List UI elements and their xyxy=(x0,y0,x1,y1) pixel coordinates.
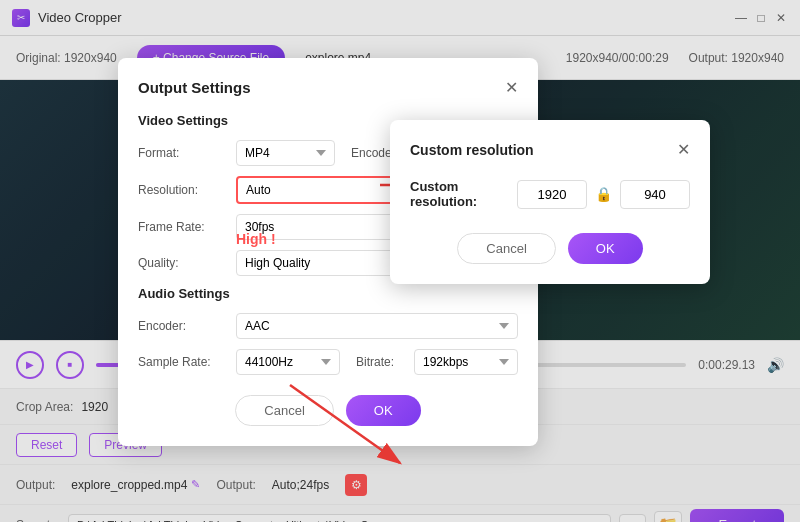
audio-encoder-label: Encoder: xyxy=(138,319,228,333)
audio-settings-title: Audio Settings xyxy=(138,286,518,301)
bitrate-label: Bitrate: xyxy=(356,355,406,369)
custom-res-label: Custom resolution: xyxy=(410,179,505,209)
quality-label: Quality: xyxy=(138,256,228,270)
output-settings-cancel-button[interactable]: Cancel xyxy=(235,395,333,426)
samplerate-select[interactable]: 44100Hz xyxy=(236,349,340,375)
resolution-label: Resolution: xyxy=(138,183,228,197)
custom-res-ok-button[interactable]: OK xyxy=(568,233,643,264)
modal-header: Output Settings ✕ xyxy=(138,78,518,97)
format-select[interactable]: MP4 xyxy=(236,140,335,166)
lock-icon: 🔒 xyxy=(595,186,612,202)
format-label: Format: xyxy=(138,146,228,160)
audio-encoder-row: Encoder: AAC xyxy=(138,313,518,339)
custom-res-footer: Cancel OK xyxy=(410,233,690,264)
custom-resolution-modal: Custom resolution ✕ Custom resolution: 🔒… xyxy=(390,120,710,284)
high-warning-text: High ! xyxy=(236,231,276,247)
custom-res-close-button[interactable]: ✕ xyxy=(677,140,690,159)
samplerate-bitrate-row: Sample Rate: 44100Hz Bitrate: 192kbps xyxy=(138,349,518,375)
modal-footer: Cancel OK xyxy=(138,395,518,426)
modal-title: Output Settings xyxy=(138,79,251,96)
modal-close-button[interactable]: ✕ xyxy=(505,78,518,97)
output-settings-ok-button[interactable]: OK xyxy=(346,395,421,426)
custom-res-header: Custom resolution ✕ xyxy=(410,140,690,159)
custom-res-title: Custom resolution xyxy=(410,142,534,158)
framerate-label: Frame Rate: xyxy=(138,220,228,234)
high-warning-label: High ! xyxy=(236,231,276,247)
samplerate-label: Sample Rate: xyxy=(138,355,228,369)
bitrate-select[interactable]: 192kbps xyxy=(414,349,518,375)
custom-res-cancel-button[interactable]: Cancel xyxy=(457,233,555,264)
custom-res-width-input[interactable] xyxy=(517,180,587,209)
custom-res-body: Custom resolution: 🔒 xyxy=(410,179,690,209)
audio-encoder-select[interactable]: AAC xyxy=(236,313,518,339)
custom-res-height-input[interactable] xyxy=(620,180,690,209)
